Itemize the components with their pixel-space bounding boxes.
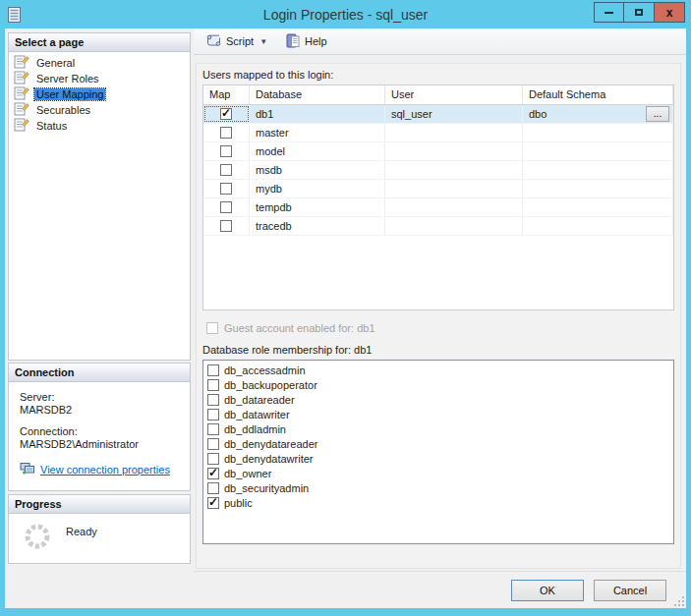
script-icon (205, 33, 222, 49)
mapping-row-msdb[interactable]: msdb (203, 161, 673, 180)
help-button[interactable]: Help (280, 31, 332, 52)
map-cell (203, 161, 250, 179)
database-cell: mydb (250, 180, 385, 197)
map-checkbox[interactable] (220, 183, 232, 195)
sidebar-item-label: Securables (34, 104, 92, 116)
select-page-panel: Select a page GeneralServer RolesUser Ma… (8, 32, 191, 361)
role-item-db_backupoperator[interactable]: db_backupoperator (205, 377, 673, 392)
role-checkbox[interactable] (207, 379, 219, 391)
script-button[interactable]: Script ▼ (201, 31, 272, 51)
role-checkbox[interactable] (207, 482, 219, 494)
role-label: db_denydatawriter (224, 453, 314, 465)
column-header-map[interactable]: Map (203, 85, 250, 104)
role-checkbox[interactable] (207, 453, 219, 465)
server-label: Server: (20, 391, 179, 404)
map-cell (203, 142, 250, 160)
role-label: db_ddladmin (224, 423, 286, 435)
database-cell: tempdb (250, 198, 385, 216)
role-item-db_owner[interactable]: db_owner (205, 466, 673, 480)
user-cell[interactable] (385, 161, 523, 179)
user-cell[interactable] (385, 124, 523, 141)
mapping-row-model[interactable]: model (203, 142, 673, 161)
role-label: db_datawriter (224, 409, 290, 420)
default-schema-cell[interactable] (523, 180, 673, 197)
sidebar-item-label: General (34, 57, 77, 69)
default-schema-cell[interactable] (523, 124, 673, 141)
cancel-button[interactable]: Cancel (594, 580, 666, 601)
maximize-button[interactable] (624, 2, 655, 23)
view-connection-properties-link[interactable]: View connection properties (40, 464, 170, 476)
user-cell[interactable] (385, 217, 523, 235)
page-list: GeneralServer RolesUser MappingSecurable… (9, 52, 190, 137)
user-cell[interactable] (385, 180, 523, 197)
resize-grip[interactable] (672, 594, 684, 606)
map-checkbox[interactable] (220, 127, 232, 139)
map-cell (203, 124, 250, 141)
window-title: Login Properties - sql_user (5, 7, 686, 23)
role-label: db_accessadmin (224, 364, 306, 376)
sidebar-item-general[interactable]: General (11, 55, 188, 71)
role-checkbox[interactable] (207, 497, 219, 509)
login-properties-dialog: Login Properties - sql_user x Select a p… (0, 0, 691, 616)
role-checkbox[interactable] (207, 438, 219, 450)
role-label: db_owner (224, 468, 271, 479)
role-item-db_datawriter[interactable]: db_datawriter (205, 407, 673, 421)
map-checkbox[interactable] (220, 201, 232, 213)
role-label: public (224, 497, 253, 509)
ok-button[interactable]: OK (511, 580, 584, 601)
role-label: db_datareader (224, 394, 295, 406)
role-item-db_accessadmin[interactable]: db_accessadmin (205, 363, 673, 377)
schema-browse-button[interactable]: ... (646, 106, 669, 122)
map-checkbox[interactable] (220, 108, 232, 120)
mapping-row-tracedb[interactable]: tracedb (203, 217, 673, 236)
connection-value: MARSDB2\Administrator (20, 438, 179, 451)
map-cell (203, 217, 250, 235)
role-item-db_denydatawriter[interactable]: db_denydatawriter (205, 451, 673, 466)
close-button[interactable]: x (655, 2, 685, 23)
footer: OK Cancel (194, 571, 686, 608)
column-header-default-schema[interactable]: Default Schema (523, 85, 673, 104)
mapping-table-header: MapDatabaseUserDefault Schema (203, 85, 673, 105)
map-checkbox[interactable] (220, 220, 232, 232)
role-checkbox[interactable] (207, 394, 219, 406)
role-item-db_denydatareader[interactable]: db_denydatareader (205, 436, 673, 451)
connection-panel: Connection Server: MARSDB2 Connection: M… (8, 363, 191, 491)
sidebar-item-securables[interactable]: Securables (11, 102, 188, 118)
user-cell[interactable]: sql_user (385, 105, 523, 123)
default-schema-cell[interactable] (523, 217, 673, 235)
mapping-row-tempdb[interactable]: tempdb (203, 198, 673, 217)
role-label: db_denydatareader (224, 438, 317, 450)
script-dropdown-icon: ▼ (259, 37, 267, 46)
map-checkbox[interactable] (220, 164, 232, 176)
progress-panel: Progress Ready (8, 494, 191, 564)
role-checkbox[interactable] (207, 468, 219, 479)
role-item-db_datareader[interactable]: db_datareader (205, 392, 673, 407)
mapping-row-db1[interactable]: db1sql_userdbo... (203, 105, 673, 124)
role-checkbox[interactable] (207, 423, 219, 435)
role-checkbox[interactable] (207, 364, 219, 376)
map-checkbox[interactable] (220, 145, 232, 157)
column-header-database[interactable]: Database (250, 85, 385, 104)
mapping-row-mydb[interactable]: mydb (203, 180, 673, 198)
minimize-button[interactable] (594, 2, 624, 23)
column-header-user[interactable]: User (385, 85, 523, 104)
default-schema-cell[interactable] (523, 198, 673, 216)
role-item-db_ddladmin[interactable]: db_ddladmin (205, 421, 673, 436)
close-icon: x (666, 7, 673, 19)
database-roles-list: db_accessadmindb_backupoperatordb_datare… (202, 360, 674, 544)
user-cell[interactable] (385, 142, 523, 160)
sidebar-item-user-mapping[interactable]: User Mapping (11, 86, 188, 102)
toolbar: Script ▼ Help (194, 28, 686, 55)
sidebar-item-label: User Mapping (34, 88, 105, 100)
role-item-db_securityadmin[interactable]: db_securityadmin (205, 480, 673, 495)
default-schema-cell[interactable]: dbo... (523, 105, 673, 123)
role-checkbox[interactable] (207, 409, 219, 420)
page-icon (14, 55, 29, 71)
default-schema-cell[interactable] (523, 161, 673, 179)
user-cell[interactable] (385, 198, 523, 216)
sidebar-item-status[interactable]: Status (11, 118, 188, 134)
default-schema-cell[interactable] (523, 142, 673, 160)
mapping-row-master[interactable]: master (203, 124, 673, 142)
role-item-public[interactable]: public (205, 495, 673, 510)
sidebar-item-server-roles[interactable]: Server Roles (11, 71, 188, 86)
